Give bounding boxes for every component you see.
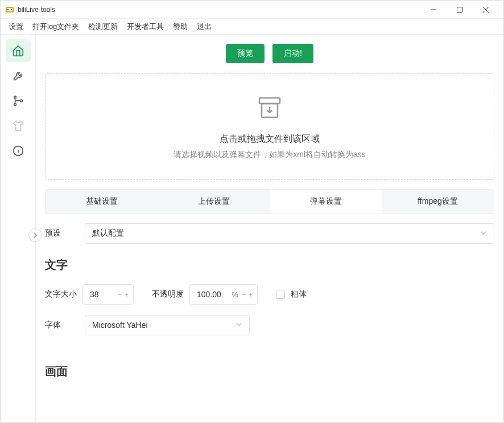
menu-exit[interactable]: 退出 <box>192 20 216 34</box>
preset-select[interactable]: 默认配置 <box>85 223 494 244</box>
close-button[interactable] <box>473 1 499 19</box>
window-title: biliLive-tools <box>18 6 420 14</box>
window-controls <box>420 1 499 19</box>
increment-icon[interactable]: + <box>124 290 129 299</box>
svg-point-2 <box>7 9 9 10</box>
opacity-suffix: % <box>232 290 238 299</box>
titlebar: biliLive-tools <box>1 1 503 19</box>
section-text-title: 文字 <box>45 257 494 273</box>
preset-value: 默认配置 <box>92 228 124 239</box>
app-icon <box>5 5 14 14</box>
settings-tabs: 基础设置 上传设置 弹幕设置 ffmpeg设置 <box>45 189 494 214</box>
decrement-icon[interactable]: − <box>118 290 122 299</box>
dropzone-title: 点击或拖拽文件到该区域 <box>57 133 482 145</box>
opacity-input[interactable]: 100.00 % −+ <box>189 284 258 305</box>
section-canvas-title: 画面 <box>45 364 494 379</box>
tab-upload[interactable]: 上传设置 <box>158 190 270 213</box>
font-label: 字体 <box>45 320 77 330</box>
svg-rect-5 <box>457 7 462 12</box>
maximize-button[interactable] <box>447 1 473 19</box>
menu-settings[interactable]: 设置 <box>4 20 28 34</box>
chevron-down-icon <box>480 229 487 238</box>
merge-icon <box>12 95 24 107</box>
font-size-label: 文字大小 <box>45 289 77 299</box>
file-dropzone[interactable]: 点击或拖拽文件到该区域 请选择视频以及弹幕文件，如果为xml将自动转换为ass <box>45 73 494 180</box>
menubar: 设置 打开log文件夹 检测更新 开发者工具 赞助 退出 <box>1 19 503 35</box>
font-size-value: 38 <box>90 290 118 299</box>
sidebar-item-home[interactable] <box>6 39 31 62</box>
chevron-right-icon <box>32 232 38 238</box>
menu-open-log[interactable]: 打开log文件夹 <box>28 20 84 34</box>
main-content: 预览 启动! 点击或拖拽文件到该区域 请选择视频以及弹幕文件，如果为xml将自动… <box>36 35 503 422</box>
chevron-down-icon <box>236 321 242 330</box>
menu-devtools[interactable]: 开发者工具 <box>122 20 168 34</box>
font-value: Microsoft YaHei <box>92 321 148 330</box>
wrench-icon <box>12 69 24 82</box>
svg-point-8 <box>14 96 16 98</box>
sidebar <box>1 35 36 422</box>
home-icon <box>12 44 24 57</box>
preview-button[interactable]: 预览 <box>226 44 265 63</box>
svg-point-9 <box>14 104 16 106</box>
tab-basic[interactable]: 基础设置 <box>46 190 158 213</box>
menu-check-update[interactable]: 检测更新 <box>84 20 122 34</box>
increment-icon[interactable]: + <box>248 290 253 299</box>
opacity-value: 100.00 <box>197 290 232 299</box>
minimize-button[interactable] <box>420 1 447 19</box>
dropzone-subtitle: 请选择视频以及弹幕文件，如果为xml将自动转换为ass <box>57 150 482 160</box>
menu-sponsor[interactable]: 赞助 <box>168 20 192 34</box>
sidebar-item-clothes[interactable] <box>6 114 31 137</box>
bold-label: 粗体 <box>291 289 307 299</box>
sidebar-item-tools[interactable] <box>6 64 31 87</box>
svg-rect-14 <box>259 98 280 104</box>
action-bar: 预览 启动! <box>45 44 494 63</box>
svg-point-10 <box>20 100 22 102</box>
bold-checkbox[interactable] <box>276 290 285 299</box>
decrement-icon[interactable]: − <box>242 290 246 299</box>
font-select[interactable]: Microsoft YaHei <box>85 315 250 335</box>
sidebar-item-merge[interactable] <box>6 89 31 112</box>
start-button[interactable]: 启动! <box>272 44 313 63</box>
tab-ffmpeg[interactable]: ffmpeg设置 <box>382 190 494 213</box>
preset-label: 预设 <box>45 228 77 239</box>
shirt-icon <box>12 120 24 132</box>
svg-point-3 <box>11 9 12 10</box>
font-size-input[interactable]: 38 −+ <box>82 284 134 305</box>
tab-danmu[interactable]: 弹幕设置 <box>270 190 382 213</box>
archive-download-icon <box>256 96 283 120</box>
sidebar-toggle[interactable] <box>28 228 42 242</box>
info-icon <box>12 145 24 157</box>
sidebar-item-info[interactable] <box>6 139 31 162</box>
opacity-label: 不透明度 <box>152 289 184 299</box>
